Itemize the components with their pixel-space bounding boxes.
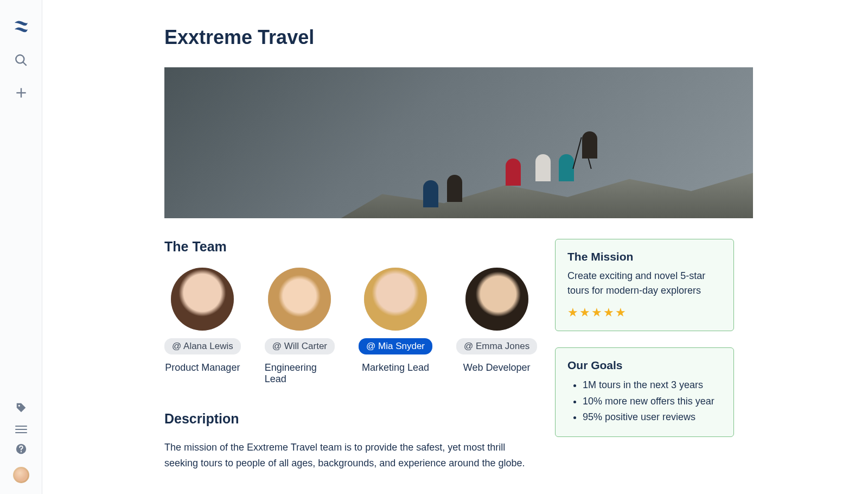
star-icon: ★ [615, 306, 626, 320]
team-member: @ Emma Jones Web Developer [456, 268, 537, 385]
svg-line-1 [23, 62, 27, 66]
team-member: @ Mia Snyder Marketing Lead [359, 268, 432, 385]
user-mention[interactable]: @ Alana Lewis [164, 338, 241, 354]
app-logo-icon[interactable] [12, 17, 30, 37]
menu-icon[interactable] [15, 426, 27, 433]
right-column: The Mission Create exciting and novel 5-… [555, 239, 734, 471]
team-grid: @ Alana Lewis Product Manager @ Will Car… [164, 268, 528, 385]
avatar[interactable] [465, 268, 528, 331]
team-heading: The Team [164, 239, 528, 255]
page-title: Exxtreme Travel [164, 26, 776, 49]
goal-item: 10% more new offers this year [583, 394, 722, 410]
description-heading: Description [164, 411, 528, 427]
page-content: Exxtreme Travel The Team @ Alana Lewis P… [42, 0, 868, 494]
global-sidebar [0, 0, 42, 494]
mission-panel: The Mission Create exciting and novel 5-… [555, 239, 734, 331]
description-body: The mission of the Exxtreme Travel team … [164, 440, 528, 471]
user-mention[interactable]: @ Mia Snyder [359, 338, 432, 354]
star-icon: ★ [591, 306, 602, 320]
team-member: @ Will Carter Engineering Lead [265, 268, 335, 385]
svg-point-4 [18, 405, 20, 407]
sidebar-bottom-group [13, 402, 29, 483]
member-role: Engineering Lead [265, 362, 335, 385]
goals-heading: Our Goals [567, 359, 722, 372]
star-icon: ★ [603, 306, 614, 320]
profile-avatar[interactable] [13, 467, 29, 483]
sidebar-top-group [12, 17, 30, 102]
star-icon: ★ [567, 306, 578, 320]
search-icon[interactable] [14, 53, 28, 69]
member-role: Product Manager [165, 362, 240, 373]
member-role: Marketing Lead [362, 362, 429, 373]
avatar[interactable] [364, 268, 427, 331]
avatar[interactable] [171, 268, 234, 331]
mission-text: Create exciting and novel 5-star tours f… [567, 269, 722, 298]
goal-item: 1M tours in the next 3 years [583, 377, 722, 394]
help-icon[interactable] [15, 443, 27, 457]
user-mention[interactable]: @ Will Carter [265, 338, 335, 354]
goals-list: 1M tours in the next 3 years 10% more ne… [567, 377, 722, 426]
member-role: Web Developer [463, 362, 531, 373]
svg-point-6 [20, 451, 21, 452]
content-columns: The Team @ Alana Lewis Product Manager @… [164, 239, 776, 471]
rating-stars: ★ ★ ★ ★ ★ [567, 306, 722, 320]
avatar[interactable] [268, 268, 331, 331]
goals-panel: Our Goals 1M tours in the next 3 years 1… [555, 347, 734, 437]
svg-point-0 [16, 55, 24, 63]
create-icon[interactable] [14, 86, 28, 102]
tag-icon[interactable] [15, 402, 27, 416]
star-icon: ★ [579, 306, 590, 320]
left-column: The Team @ Alana Lewis Product Manager @… [164, 239, 528, 471]
hero-image [164, 67, 753, 218]
goal-item: 95% positive user reviews [583, 409, 722, 426]
team-member: @ Alana Lewis Product Manager [164, 268, 241, 385]
user-mention[interactable]: @ Emma Jones [456, 338, 537, 354]
mission-heading: The Mission [567, 250, 722, 263]
